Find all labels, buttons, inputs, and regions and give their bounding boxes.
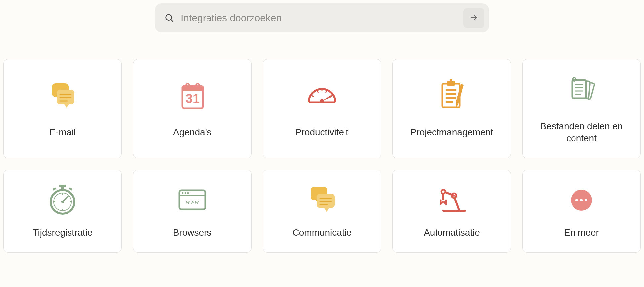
svg-point-72	[580, 199, 583, 201]
category-label: Bestanden delen en content	[529, 120, 634, 144]
svg-point-53	[182, 192, 184, 194]
category-card-file-sharing[interactable]: Bestanden delen en content	[522, 59, 641, 158]
category-card-communication[interactable]: Communicatie	[263, 170, 381, 253]
search-container	[3, 3, 641, 32]
search-icon	[165, 13, 174, 23]
arrow-right-icon	[470, 13, 478, 23]
svg-rect-10	[182, 86, 203, 91]
category-label: Tijdsregistratie	[32, 227, 92, 239]
category-card-productivity[interactable]: Productiviteit	[263, 59, 381, 158]
category-label: Agenda's	[173, 126, 211, 138]
svg-line-1	[171, 20, 173, 21]
chat-bubbles-icon	[44, 79, 81, 112]
svg-marker-21	[322, 95, 332, 101]
robot-arm-icon	[434, 184, 470, 217]
svg-line-15	[312, 96, 314, 97]
svg-rect-41	[52, 187, 56, 191]
category-label: En meer	[564, 227, 599, 239]
svg-rect-42	[69, 187, 73, 191]
svg-line-16	[317, 91, 318, 93]
calendar-icon: 31	[174, 79, 210, 112]
clipboard-icon	[434, 79, 470, 112]
category-grid: E-mail 31 Agenda's	[3, 59, 641, 253]
category-label: Projectmanagement	[410, 126, 493, 138]
svg-point-0	[166, 15, 172, 21]
category-label: Browsers	[173, 227, 212, 239]
category-card-project-management[interactable]: Projectmanagement	[392, 59, 511, 158]
svg-marker-5	[64, 104, 69, 108]
category-card-time-tracking[interactable]: Tijdsregistratie	[3, 170, 122, 253]
svg-text:www: www	[186, 198, 199, 205]
speech-bubbles-icon	[304, 184, 340, 217]
svg-rect-59	[317, 194, 335, 208]
search-bar[interactable]	[155, 3, 489, 32]
gauge-icon	[304, 79, 340, 112]
stopwatch-icon	[44, 184, 81, 217]
svg-text:31: 31	[186, 92, 200, 106]
svg-marker-60	[324, 207, 329, 212]
svg-point-55	[187, 192, 189, 194]
category-label: Automatisatie	[424, 227, 480, 239]
search-submit-button[interactable]	[463, 8, 484, 28]
category-label: E-mail	[49, 126, 75, 138]
category-card-email[interactable]: E-mail	[3, 59, 122, 158]
category-card-browsers[interactable]: www Browsers	[133, 170, 252, 253]
search-input[interactable]	[181, 12, 457, 24]
svg-rect-23	[447, 81, 455, 86]
notes-stack-icon	[563, 73, 600, 106]
svg-point-73	[585, 199, 587, 201]
category-card-agendas[interactable]: 31 Agenda's	[133, 59, 252, 158]
svg-point-24	[450, 79, 452, 82]
category-card-automation[interactable]: Automatisatie	[392, 170, 511, 253]
category-label: Communicatie	[293, 227, 352, 239]
svg-line-18	[326, 91, 327, 93]
svg-point-71	[575, 199, 578, 201]
category-label: Productiviteit	[296, 126, 348, 138]
category-card-more[interactable]: En meer	[522, 170, 641, 253]
svg-rect-33	[572, 80, 586, 98]
ellipsis-icon	[563, 184, 600, 217]
svg-point-54	[185, 192, 186, 194]
svg-rect-4	[57, 90, 74, 104]
browser-window-icon: www	[174, 184, 210, 217]
